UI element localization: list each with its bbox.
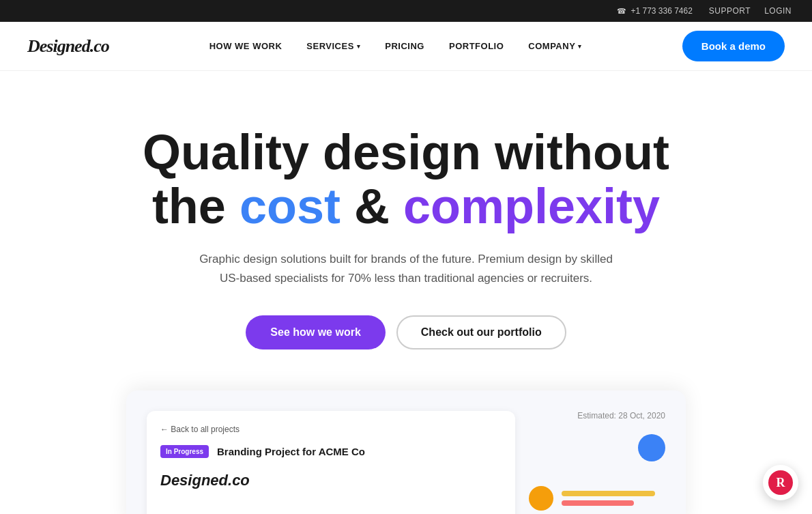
phone-icon: ☎ bbox=[617, 7, 626, 16]
blue-dot-decoration bbox=[638, 434, 665, 461]
in-progress-badge: In Progress bbox=[160, 445, 209, 458]
progress-bar-yellow bbox=[562, 491, 655, 496]
support-link[interactable]: SUPPORT bbox=[709, 6, 751, 16]
dashboard-logo: Designed.co bbox=[160, 472, 502, 489]
progress-bar-pink bbox=[562, 500, 634, 506]
revain-widget[interactable]: R bbox=[763, 465, 798, 500]
hero-cost-word: cost bbox=[240, 179, 340, 233]
nav-how-we-work[interactable]: HOW WE WORK bbox=[209, 41, 282, 51]
yellow-dot-decoration bbox=[529, 486, 553, 511]
topbar: ☎ +1 773 336 7462 SUPPORT LOGIN bbox=[0, 0, 812, 22]
header: Designed.co HOW WE WORK SERVICES ▾ PRICI… bbox=[0, 22, 812, 71]
see-how-we-work-button[interactable]: See how we work bbox=[246, 315, 385, 349]
logo[interactable]: Designed.co bbox=[27, 36, 109, 57]
dashboard-preview: ← Back to all projects In Progress Brand… bbox=[126, 390, 686, 514]
hero-title-line1: Quality design without bbox=[143, 125, 669, 180]
revain-icon: R bbox=[768, 470, 793, 495]
estimated-date: Estimated: 28 Oct, 2020 bbox=[529, 411, 665, 420]
back-to-projects-link[interactable]: ← Back to all projects bbox=[160, 425, 502, 434]
book-demo-button[interactable]: Book a demo bbox=[682, 31, 785, 61]
topbar-links: SUPPORT LOGIN bbox=[709, 6, 792, 16]
dashboard-card-left: ← Back to all projects In Progress Brand… bbox=[147, 411, 515, 514]
check-portfolio-button[interactable]: Check out our portfolio bbox=[396, 315, 566, 349]
hero-section: Quality design without the cost & comple… bbox=[99, 71, 713, 514]
dashboard-bottom-row bbox=[529, 486, 665, 511]
topbar-phone-number: +1 773 336 7462 bbox=[630, 6, 692, 16]
nav-company[interactable]: COMPANY ▾ bbox=[528, 41, 581, 51]
project-row: In Progress Branding Project for ACME Co bbox=[160, 445, 502, 458]
hero-title: Quality design without the cost & comple… bbox=[126, 126, 686, 233]
dashboard-logo-text: Designed.co bbox=[160, 472, 250, 489]
nav-pricing[interactable]: PRICING bbox=[385, 41, 424, 51]
progress-bars bbox=[562, 491, 665, 506]
hero-buttons: See how we work Check out our portfolio bbox=[126, 315, 686, 349]
main-nav: HOW WE WORK SERVICES ▾ PRICING PORTFOLIO… bbox=[209, 41, 582, 51]
dashboard-card-right: Estimated: 28 Oct, 2020 bbox=[529, 411, 665, 514]
hero-subtitle: Graphic design solutions built for brand… bbox=[194, 250, 618, 288]
nav-portfolio[interactable]: PORTFOLIO bbox=[449, 41, 504, 51]
chevron-down-icon: ▾ bbox=[357, 43, 361, 50]
project-title: Branding Project for ACME Co bbox=[217, 446, 365, 457]
hero-complexity-word: complexity bbox=[403, 179, 660, 233]
login-link[interactable]: LOGIN bbox=[764, 6, 792, 16]
nav-services[interactable]: SERVICES ▾ bbox=[306, 41, 360, 51]
hero-title-line2-pre: the bbox=[152, 179, 240, 233]
chevron-down-icon-2: ▾ bbox=[578, 43, 582, 50]
topbar-phone: ☎ +1 773 336 7462 bbox=[617, 6, 692, 16]
revain-r-letter: R bbox=[777, 476, 785, 490]
hero-title-mid: & bbox=[340, 179, 403, 233]
